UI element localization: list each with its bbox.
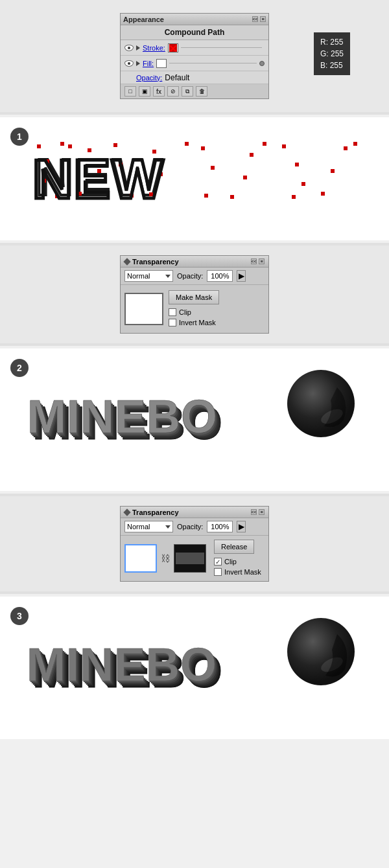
clip-checkbox-2[interactable]	[214, 558, 222, 565]
tooltip-b: B: 255	[320, 60, 344, 71]
fill-row: Fill:	[121, 56, 268, 71]
clip-label-2: Clip	[224, 558, 237, 565]
transparency-section-2: Transparency << ≡ Normal Opacity: 100% ▶…	[0, 496, 389, 591]
compound-path-label: Compound Path	[165, 28, 225, 37]
fill-expand-icon[interactable]	[136, 61, 140, 66]
transparency-section-1: Transparency << ≡ Normal Opacity: 100% ▶…	[0, 246, 389, 343]
step1-section: 1 NEW	[0, 117, 389, 240]
opacity-arrow-btn-2[interactable]: ▶	[237, 521, 246, 532]
tooltip-r: R: 255	[320, 36, 344, 48]
transparency-panel-1: Transparency << ≡ Normal Opacity: 100% ▶…	[120, 255, 269, 334]
svg-text:MINEBO: MINEBO	[27, 391, 218, 442]
invert-checkbox-2[interactable]	[214, 568, 222, 576]
svg-rect-17	[201, 146, 205, 150]
svg-rect-29	[331, 169, 335, 173]
appearance-footer: □ ▣ fx ⊘ ⧉ 🗑	[121, 84, 268, 98]
menu-btn[interactable]: ≡	[260, 16, 266, 22]
panel-controls: << ≡	[252, 16, 266, 22]
svg-rect-26	[301, 182, 305, 186]
svg-rect-18	[211, 166, 215, 170]
trans-titlebar-1: Transparency << ≡	[121, 256, 268, 268]
stroke-row: Stroke:	[121, 40, 268, 56]
step3-visual: MINEBO MINEBO MINEBO MINEBO MINEBO MINEB…	[26, 610, 363, 713]
svg-rect-20	[230, 195, 234, 199]
trans-menu-btn-1[interactable]: ≡	[259, 258, 265, 264]
stroke-red-swatch	[169, 44, 177, 52]
fill-color-dot[interactable]	[259, 61, 265, 66]
appearance-panel: Appearance << ≡ Compound Path Stroke: Fi…	[120, 13, 269, 99]
new-layer-btn[interactable]: □	[124, 86, 136, 97]
blend-mode-dropdown-2[interactable]: Normal	[124, 521, 173, 532]
svg-rect-30	[344, 146, 348, 150]
release-button[interactable]: Release	[214, 540, 254, 554]
orb-container-3	[279, 616, 363, 702]
opacity-label-1: Opacity:	[177, 272, 203, 280]
duplicate-btn[interactable]: ▣	[139, 86, 150, 97]
trans-mode-row-1: Normal Opacity: 100% ▶	[121, 268, 268, 285]
svg-rect-28	[321, 192, 325, 196]
fx-btn[interactable]: fx	[153, 86, 165, 97]
invert-checkbox-1[interactable]	[169, 319, 176, 326]
blend-mode-arrow-1	[165, 275, 171, 278]
fill-swatch[interactable]	[156, 59, 167, 68]
blend-mode-arrow-2	[165, 525, 171, 529]
appearance-section: Appearance << ≡ Compound Path Stroke: Fi…	[0, 0, 389, 112]
trans-collapse-btn-1[interactable]: <<	[251, 258, 257, 264]
transparency-diamond-icon-2	[123, 508, 130, 516]
fill-eye-icon[interactable]	[124, 60, 134, 67]
svg-rect-16	[185, 142, 189, 146]
svg-rect-23	[263, 142, 266, 146]
copy-btn[interactable]: ⧉	[182, 86, 193, 97]
trans-menu-btn-2[interactable]: ≡	[259, 509, 265, 515]
make-mask-button[interactable]: Make Mask	[169, 290, 219, 304]
trans-collapse-btn-2[interactable]: <<	[251, 509, 257, 515]
chain-link-icon: ⛓	[161, 553, 170, 564]
step2-content: MINEBO MINEBO MINEBO MINEBO MINEBO MINEB…	[19, 361, 370, 465]
stroke-expand-icon[interactable]	[136, 45, 140, 51]
stroke-eye-pupil	[128, 47, 130, 49]
stroke-eye-icon[interactable]	[124, 45, 134, 51]
collapse-btn[interactable]: <<	[252, 16, 258, 22]
opacity-label[interactable]: Opacity:	[136, 74, 162, 82]
divider-1	[0, 112, 389, 115]
step2-visual: MINEBO MINEBO MINEBO MINEBO MINEBO MINEB…	[26, 361, 363, 465]
clip-checkbox-1[interactable]	[169, 308, 176, 316]
appearance-title: Appearance	[123, 16, 164, 23]
orb-svg-3	[279, 616, 363, 700]
transparency-title-2: Transparency	[132, 508, 179, 516]
tooltip-g: G: 255	[320, 48, 344, 60]
trans-options-1: Make Mask Clip Invert Mask	[169, 290, 219, 328]
blend-mode-dropdown-1[interactable]: Normal	[124, 270, 173, 282]
delete-btn[interactable]: 🗑	[196, 86, 207, 97]
opacity-value: Default	[165, 73, 189, 82]
stroke-swatch[interactable]	[168, 43, 178, 52]
svg-rect-31	[353, 142, 357, 146]
invert-row-2: Invert Mask	[214, 568, 261, 576]
fill-eye-pupil	[128, 62, 130, 65]
color-tooltip: R: 255 G: 255 B: 255	[314, 32, 350, 75]
trans-options-2: Release Clip Invert Mask	[214, 540, 261, 577]
blend-mode-label-2: Normal	[127, 523, 150, 531]
stroke-label[interactable]: Stroke:	[143, 44, 165, 52]
opacity-field-1[interactable]: 100%	[207, 270, 233, 282]
orb-svg-2	[279, 368, 363, 452]
invert-label-2: Invert Mask	[224, 568, 261, 576]
clip-row-1: Clip	[169, 308, 191, 316]
fill-connector-line	[181, 47, 262, 48]
trans-titlebar-2: Transparency << ≡	[121, 507, 268, 518]
step2-section: 2 MINEBO MINEBO MINEBO MINEBO MINEBO MIN…	[0, 348, 389, 491]
opacity-row: Opacity: Default	[121, 71, 268, 84]
svg-rect-19	[204, 194, 208, 198]
opacity-field-2[interactable]: 100%	[207, 521, 233, 532]
clear-btn[interactable]: ⊘	[167, 86, 179, 97]
trans-title-left: Transparency	[124, 258, 179, 266]
opacity-arrow-btn-1[interactable]: ▶	[237, 270, 246, 282]
transparency-title-1: Transparency	[132, 258, 179, 266]
step3-content: MINEBO MINEBO MINEBO MINEBO MINEBO MINEB…	[19, 610, 370, 713]
mask-thumbnail-white[interactable]	[124, 544, 157, 573]
mask-thumbnail-black[interactable]	[174, 544, 206, 573]
mask-thumbnail-1[interactable]	[124, 293, 163, 325]
trans-title-left-2: Transparency	[124, 508, 179, 516]
blend-mode-label-1: Normal	[127, 272, 150, 280]
fill-label[interactable]: Fill:	[143, 60, 154, 67]
